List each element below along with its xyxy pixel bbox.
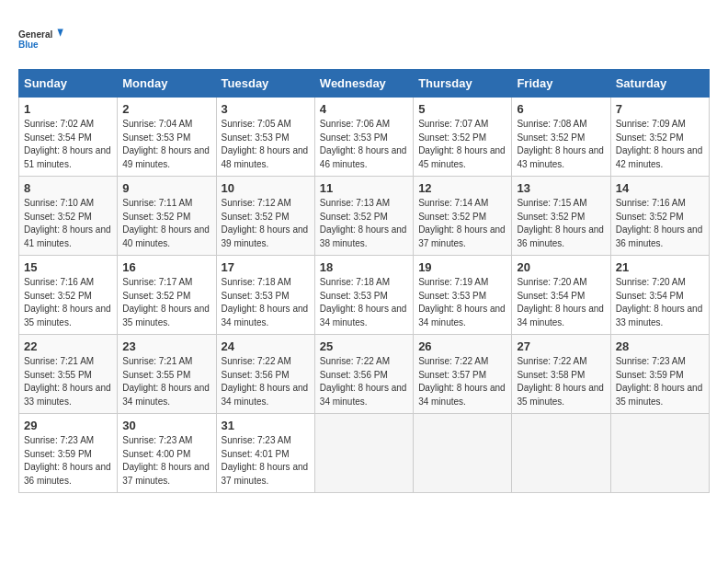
day-number: 2 bbox=[122, 102, 210, 116]
day-info: Sunrise: 7:23 AMSunset: 4:01 PMDaylight:… bbox=[222, 435, 309, 486]
svg-text:Blue: Blue bbox=[18, 40, 39, 50]
calendar-cell: 7 Sunrise: 7:09 AMSunset: 3:52 PMDayligh… bbox=[610, 98, 709, 177]
calendar-cell: 29 Sunrise: 7:23 AMSunset: 3:59 PMDaylig… bbox=[19, 414, 118, 493]
day-info: Sunrise: 7:19 AMSunset: 3:53 PMDaylight:… bbox=[418, 277, 506, 327]
calendar-cell: 13 Sunrise: 7:15 AMSunset: 3:52 PMDaylig… bbox=[512, 177, 610, 256]
day-number: 17 bbox=[222, 260, 310, 274]
calendar-cell: 6 Sunrise: 7:08 AMSunset: 3:52 PMDayligh… bbox=[512, 98, 610, 177]
calendar-cell: 9 Sunrise: 7:11 AMSunset: 3:52 PMDayligh… bbox=[118, 177, 216, 256]
day-info: Sunrise: 7:04 AMSunset: 3:53 PMDaylight:… bbox=[122, 119, 210, 169]
calendar-cell bbox=[610, 414, 709, 493]
calendar-header-row: SundayMondayTuesdayWednesdayThursdayFrid… bbox=[19, 70, 710, 98]
header-thursday: Thursday bbox=[414, 70, 512, 98]
day-info: Sunrise: 7:21 AMSunset: 3:55 PMDaylight:… bbox=[122, 356, 210, 407]
day-info: Sunrise: 7:02 AMSunset: 3:54 PMDaylight:… bbox=[24, 119, 111, 169]
day-info: Sunrise: 7:16 AMSunset: 3:52 PMDaylight:… bbox=[24, 277, 111, 327]
calendar-cell bbox=[512, 414, 610, 493]
day-info: Sunrise: 7:20 AMSunset: 3:54 PMDaylight:… bbox=[517, 277, 604, 327]
day-number: 26 bbox=[418, 339, 506, 353]
calendar-cell bbox=[414, 414, 512, 493]
calendar-cell: 27 Sunrise: 7:22 AMSunset: 3:58 PMDaylig… bbox=[512, 335, 610, 414]
calendar-cell: 11 Sunrise: 7:13 AMSunset: 3:52 PMDaylig… bbox=[314, 177, 413, 256]
day-number: 15 bbox=[24, 260, 112, 274]
calendar-cell: 12 Sunrise: 7:14 AMSunset: 3:52 PMDaylig… bbox=[414, 177, 512, 256]
calendar-cell: 4 Sunrise: 7:06 AMSunset: 3:53 PMDayligh… bbox=[314, 98, 413, 177]
day-info: Sunrise: 7:15 AMSunset: 3:52 PMDaylight:… bbox=[517, 198, 604, 248]
day-info: Sunrise: 7:12 AMSunset: 3:52 PMDaylight:… bbox=[222, 198, 309, 248]
calendar-cell: 30 Sunrise: 7:23 AMSunset: 4:00 PMDaylig… bbox=[118, 414, 216, 493]
calendar-cell bbox=[314, 414, 413, 493]
calendar-cell: 2 Sunrise: 7:04 AMSunset: 3:53 PMDayligh… bbox=[118, 98, 216, 177]
calendar-body: 1 Sunrise: 7:02 AMSunset: 3:54 PMDayligh… bbox=[19, 98, 710, 493]
day-info: Sunrise: 7:22 AMSunset: 3:58 PMDaylight:… bbox=[517, 356, 604, 407]
logo-svg: General Blue bbox=[18, 18, 64, 60]
day-info: Sunrise: 7:08 AMSunset: 3:52 PMDaylight:… bbox=[517, 119, 604, 169]
day-info: Sunrise: 7:22 AMSunset: 3:56 PMDaylight:… bbox=[320, 356, 407, 407]
day-info: Sunrise: 7:05 AMSunset: 3:53 PMDaylight:… bbox=[222, 119, 309, 169]
calendar-week-5: 29 Sunrise: 7:23 AMSunset: 3:59 PMDaylig… bbox=[19, 414, 710, 493]
calendar-week-1: 1 Sunrise: 7:02 AMSunset: 3:54 PMDayligh… bbox=[19, 98, 710, 177]
day-info: Sunrise: 7:18 AMSunset: 3:53 PMDaylight:… bbox=[222, 277, 309, 327]
day-number: 19 bbox=[418, 260, 506, 274]
logo: General Blue bbox=[18, 18, 64, 60]
calendar-week-2: 8 Sunrise: 7:10 AMSunset: 3:52 PMDayligh… bbox=[19, 177, 710, 256]
day-number: 7 bbox=[616, 102, 704, 116]
day-number: 27 bbox=[517, 339, 605, 353]
calendar-cell: 17 Sunrise: 7:18 AMSunset: 3:53 PMDaylig… bbox=[216, 256, 314, 335]
day-info: Sunrise: 7:14 AMSunset: 3:52 PMDaylight:… bbox=[418, 198, 506, 248]
day-number: 31 bbox=[222, 419, 310, 432]
day-number: 4 bbox=[320, 102, 408, 116]
header-sunday: Sunday bbox=[19, 70, 118, 98]
calendar-cell: 16 Sunrise: 7:17 AMSunset: 3:52 PMDaylig… bbox=[118, 256, 216, 335]
calendar-cell: 10 Sunrise: 7:12 AMSunset: 3:52 PMDaylig… bbox=[216, 177, 314, 256]
day-info: Sunrise: 7:22 AMSunset: 3:57 PMDaylight:… bbox=[418, 356, 506, 407]
day-number: 12 bbox=[418, 181, 506, 195]
calendar-cell: 15 Sunrise: 7:16 AMSunset: 3:52 PMDaylig… bbox=[19, 256, 118, 335]
header-wednesday: Wednesday bbox=[314, 70, 413, 98]
calendar-cell: 3 Sunrise: 7:05 AMSunset: 3:53 PMDayligh… bbox=[216, 98, 314, 177]
day-info: Sunrise: 7:23 AMSunset: 3:59 PMDaylight:… bbox=[616, 356, 703, 407]
day-info: Sunrise: 7:06 AMSunset: 3:53 PMDaylight:… bbox=[320, 119, 407, 169]
calendar-cell: 18 Sunrise: 7:18 AMSunset: 3:53 PMDaylig… bbox=[314, 256, 413, 335]
day-info: Sunrise: 7:13 AMSunset: 3:52 PMDaylight:… bbox=[320, 198, 407, 248]
calendar-cell: 14 Sunrise: 7:16 AMSunset: 3:52 PMDaylig… bbox=[610, 177, 709, 256]
day-number: 22 bbox=[24, 339, 112, 353]
day-info: Sunrise: 7:07 AMSunset: 3:52 PMDaylight:… bbox=[418, 119, 506, 169]
calendar-cell: 25 Sunrise: 7:22 AMSunset: 3:56 PMDaylig… bbox=[314, 335, 413, 414]
day-number: 29 bbox=[24, 419, 112, 432]
header-tuesday: Tuesday bbox=[216, 70, 314, 98]
day-info: Sunrise: 7:23 AMSunset: 4:00 PMDaylight:… bbox=[122, 435, 210, 486]
header-saturday: Saturday bbox=[610, 70, 709, 98]
day-number: 23 bbox=[122, 339, 210, 353]
calendar-cell: 20 Sunrise: 7:20 AMSunset: 3:54 PMDaylig… bbox=[512, 256, 610, 335]
day-info: Sunrise: 7:11 AMSunset: 3:52 PMDaylight:… bbox=[122, 198, 210, 248]
calendar-cell: 26 Sunrise: 7:22 AMSunset: 3:57 PMDaylig… bbox=[414, 335, 512, 414]
day-number: 11 bbox=[320, 181, 408, 195]
svg-text:General: General bbox=[18, 29, 52, 40]
day-number: 6 bbox=[517, 102, 605, 116]
day-info: Sunrise: 7:22 AMSunset: 3:56 PMDaylight:… bbox=[222, 356, 309, 407]
calendar-week-4: 22 Sunrise: 7:21 AMSunset: 3:55 PMDaylig… bbox=[19, 335, 710, 414]
day-number: 24 bbox=[222, 339, 310, 353]
day-number: 30 bbox=[122, 419, 210, 432]
day-info: Sunrise: 7:18 AMSunset: 3:53 PMDaylight:… bbox=[320, 277, 407, 327]
day-number: 13 bbox=[517, 181, 605, 195]
day-number: 25 bbox=[320, 339, 408, 353]
header-monday: Monday bbox=[118, 70, 216, 98]
calendar-cell: 23 Sunrise: 7:21 AMSunset: 3:55 PMDaylig… bbox=[118, 335, 216, 414]
day-number: 9 bbox=[122, 181, 210, 195]
header-friday: Friday bbox=[512, 70, 610, 98]
day-info: Sunrise: 7:23 AMSunset: 3:59 PMDaylight:… bbox=[24, 435, 111, 486]
day-number: 3 bbox=[222, 102, 310, 116]
day-info: Sunrise: 7:17 AMSunset: 3:52 PMDaylight:… bbox=[122, 277, 210, 327]
day-number: 5 bbox=[418, 102, 506, 116]
calendar-cell: 24 Sunrise: 7:22 AMSunset: 3:56 PMDaylig… bbox=[216, 335, 314, 414]
day-number: 18 bbox=[320, 260, 408, 274]
calendar-cell: 22 Sunrise: 7:21 AMSunset: 3:55 PMDaylig… bbox=[19, 335, 118, 414]
day-number: 28 bbox=[616, 339, 704, 353]
day-info: Sunrise: 7:16 AMSunset: 3:52 PMDaylight:… bbox=[616, 198, 703, 248]
day-info: Sunrise: 7:21 AMSunset: 3:55 PMDaylight:… bbox=[24, 356, 111, 407]
day-info: Sunrise: 7:20 AMSunset: 3:54 PMDaylight:… bbox=[616, 277, 703, 327]
day-number: 20 bbox=[517, 260, 605, 274]
calendar-cell: 1 Sunrise: 7:02 AMSunset: 3:54 PMDayligh… bbox=[19, 98, 118, 177]
